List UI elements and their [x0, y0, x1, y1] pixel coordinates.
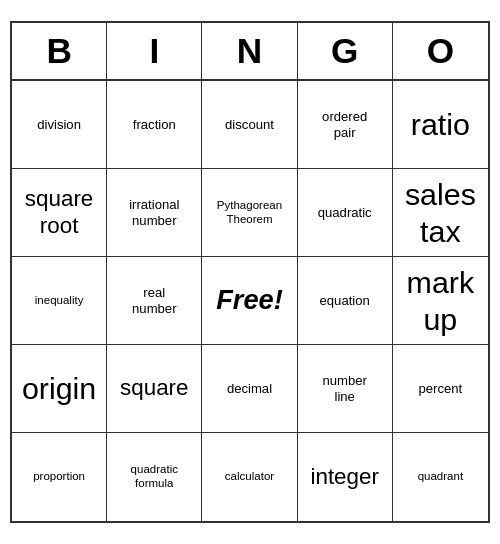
bingo-cell: Free! — [202, 257, 297, 345]
bingo-cell: equation — [298, 257, 393, 345]
bingo-cell: orderedpair — [298, 81, 393, 169]
header-letter: B — [12, 23, 107, 79]
cell-label: origin — [22, 370, 96, 406]
bingo-cell: integer — [298, 433, 393, 521]
cell-label: decimal — [227, 381, 272, 397]
cell-label: markup — [407, 264, 475, 337]
cell-label: quadratic — [318, 205, 372, 221]
bingo-card: BINGO divisionfractiondiscountorderedpai… — [10, 21, 490, 523]
bingo-cell: discount — [202, 81, 297, 169]
cell-label: percent — [419, 381, 463, 397]
bingo-cell: calculator — [202, 433, 297, 521]
cell-label: Free! — [216, 284, 282, 317]
bingo-cell: PythagoreanTheorem — [202, 169, 297, 257]
cell-label: fraction — [133, 117, 176, 133]
cell-label: integer — [310, 464, 378, 491]
cell-label: discount — [225, 117, 274, 133]
cell-label: calculator — [225, 470, 274, 484]
bingo-cell: proportion — [12, 433, 107, 521]
bingo-cell: numberline — [298, 345, 393, 433]
header-letter: O — [393, 23, 488, 79]
cell-label: equation — [320, 293, 370, 309]
bingo-cell: origin — [12, 345, 107, 433]
bingo-cell: irrationalnumber — [107, 169, 202, 257]
bingo-cell: inequality — [12, 257, 107, 345]
cell-label: ratio — [411, 106, 470, 142]
cell-label: realnumber — [132, 285, 176, 317]
header-letter: G — [298, 23, 393, 79]
bingo-cell: ratio — [393, 81, 488, 169]
bingo-cell: decimal — [202, 345, 297, 433]
bingo-grid: divisionfractiondiscountorderedpairratio… — [12, 81, 488, 521]
bingo-cell: quadraticformula — [107, 433, 202, 521]
bingo-cell: squareroot — [12, 169, 107, 257]
bingo-cell: division — [12, 81, 107, 169]
bingo-cell: quadrant — [393, 433, 488, 521]
cell-label: irrationalnumber — [129, 197, 179, 229]
header-letter: I — [107, 23, 202, 79]
header-letter: N — [202, 23, 297, 79]
cell-label: proportion — [33, 470, 85, 484]
bingo-cell: percent — [393, 345, 488, 433]
bingo-cell: square — [107, 345, 202, 433]
bingo-cell: realnumber — [107, 257, 202, 345]
cell-label: quadraticformula — [131, 463, 178, 491]
cell-label: inequality — [35, 294, 84, 308]
cell-label: quadrant — [418, 470, 463, 484]
cell-label: square — [120, 375, 188, 402]
cell-label: squareroot — [25, 186, 93, 240]
cell-label: PythagoreanTheorem — [217, 199, 282, 227]
cell-label: orderedpair — [322, 109, 367, 141]
cell-label: numberline — [322, 373, 366, 405]
bingo-header: BINGO — [12, 23, 488, 81]
cell-label: salestax — [405, 176, 476, 249]
bingo-cell: salestax — [393, 169, 488, 257]
bingo-cell: quadratic — [298, 169, 393, 257]
bingo-cell: fraction — [107, 81, 202, 169]
cell-label: division — [37, 117, 81, 133]
bingo-cell: markup — [393, 257, 488, 345]
